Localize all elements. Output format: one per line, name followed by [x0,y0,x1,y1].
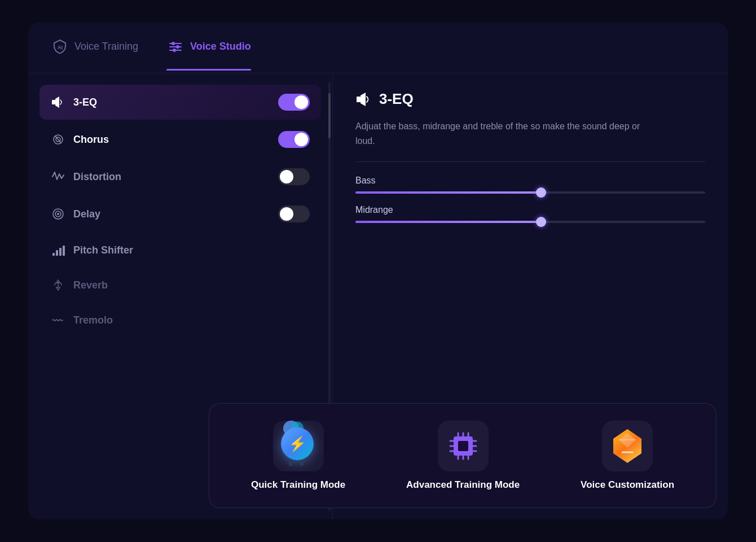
bass-slider-section: Bass [355,176,705,194]
quick-mode-icon-wrapper: ⚡ [273,421,324,471]
sidebar-item-pitch-shifter[interactable]: Pitch Shifter [39,234,321,266]
toggle-chorus[interactable] [278,131,310,148]
toggle-delay-knob [280,207,293,221]
sliders-icon [166,38,184,56]
quick-icon-container: ⚡ [279,426,318,466]
svg-rect-17 [63,246,65,256]
sidebar-item-3eq-left: 3-EQ [51,95,97,110]
sidebar-item-delay[interactable]: Delay [39,196,321,231]
svg-point-4 [172,42,175,45]
delay-icon [51,207,65,221]
sidebar-item-pitch-left: Pitch Shifter [51,243,133,257]
quick-mode-visual: ⚡ [279,426,318,466]
panel-title: 3-EQ [379,90,414,108]
chip-icon [443,426,483,466]
sidebar-item-3eq[interactable]: 3-EQ [39,85,321,120]
midrange-slider-fill [355,221,541,223]
sidebar-item-distortion[interactable]: Distortion [39,159,321,194]
leg-right [300,460,304,466]
midrange-label: Midrange [355,205,705,215]
chorus-icon [51,132,65,147]
bass-slider-thumb[interactable] [536,187,546,198]
main-container: AI Voice Training Voice Studio [28,23,728,519]
toggle-distortion-knob [280,170,293,183]
toggle-delay[interactable] [278,206,310,222]
tremolo-icon [51,313,65,327]
sidebar-item-distortion-left: Distortion [51,169,121,184]
toggle-3eq-knob [295,95,308,109]
stand-legs [289,460,304,466]
voice-mode-label: Voice Customization [581,479,674,491]
svg-point-13 [57,213,59,215]
sidebar-item-tremolo[interactable]: Tremolo [39,304,321,336]
mode-card-voice[interactable]: Voice Customization [581,421,674,491]
tab-voice-training-label: Voice Training [74,41,138,53]
toggle-3eq[interactable] [278,94,310,111]
diamond-icon [608,426,647,466]
pitch-shifter-icon [51,243,65,257]
lightning-symbol: ⚡ [288,435,306,453]
sidebar-item-distortion-label: Distortion [73,171,121,183]
svg-point-6 [173,49,176,52]
sidebar-item-chorus-label: Chorus [73,134,109,146]
bass-slider-fill [355,191,541,194]
voice-mode-icon-wrapper [602,421,653,471]
toggle-chorus-knob [295,133,308,146]
sidebar-item-delay-label: Delay [73,208,100,220]
sidebar-item-reverb[interactable]: Reverb [39,269,321,301]
svg-point-5 [176,45,179,49]
midrange-slider-track[interactable] [355,221,705,223]
sidebar-item-3eq-label: 3-EQ [73,97,97,108]
panel-speaker-icon [355,91,372,108]
speaker-icon [51,95,65,110]
bass-label: Bass [355,176,705,186]
tab-voice-studio-label: Voice Studio [190,41,251,53]
sidebar-item-tremolo-label: Tremolo [73,314,113,326]
advanced-mode-label: Advanced Training Mode [406,479,520,491]
quick-circle: ⚡ [281,427,314,460]
sidebar-item-reverb-left: Reverb [51,278,108,292]
panel-divider [355,161,705,162]
toggle-distortion[interactable] [278,168,310,185]
tab-voice-studio[interactable]: Voice Studio [166,38,251,58]
svg-rect-21 [458,441,468,451]
distortion-icon [51,169,65,184]
svg-rect-16 [59,248,61,256]
sidebar-item-tremolo-left: Tremolo [51,313,113,327]
midrange-slider-section: Midrange [355,205,705,223]
sidebar-item-delay-left: Delay [51,207,100,221]
leg-left [289,460,292,466]
bottom-card: ⚡ Quick Training Mode [209,403,717,508]
midrange-slider-thumb[interactable] [536,217,546,227]
svg-text:AI: AI [58,45,63,50]
tab-voice-training[interactable]: AI Voice Training [51,38,138,58]
panel-description: Adjuat the bass, midrange and treble of … [355,119,649,148]
svg-rect-7 [52,100,55,104]
sidebar-item-pitch-shifter-label: Pitch Shifter [73,244,133,256]
advanced-mode-icon-wrapper [438,421,489,471]
ai-icon: AI [51,38,69,56]
bass-slider-track[interactable] [355,191,705,194]
panel-header: 3-EQ [355,90,705,108]
sidebar-item-chorus-left: Chorus [51,132,109,147]
svg-rect-15 [56,250,58,256]
scroll-thumb [328,93,331,138]
sidebar-item-chorus[interactable]: Chorus [39,122,321,157]
mode-card-quick[interactable]: ⚡ Quick Training Mode [251,421,345,491]
sidebar-item-reverb-label: Reverb [73,279,108,291]
svg-rect-19 [357,97,361,102]
quick-mode-label: Quick Training Mode [251,479,345,491]
svg-rect-14 [52,253,55,256]
mode-card-advanced[interactable]: Advanced Training Mode [406,421,520,491]
header: AI Voice Training Voice Studio [28,23,728,73]
reverb-icon [51,278,65,292]
